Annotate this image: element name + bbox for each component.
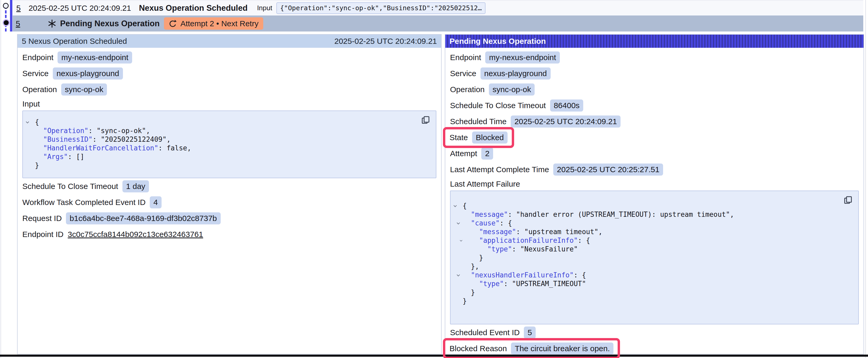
field-value-chip: my-nexus-endpoint — [58, 52, 132, 64]
code-text: "BusinessID": "20250225122409", — [35, 135, 171, 144]
pending-panel-body: Endpointmy-nexus-endpointServicenexus-pl… — [445, 48, 864, 356]
field-label: Service — [22, 69, 49, 78]
scheduled-panel-title: 5 Nexus Operation Scheduled — [22, 37, 127, 46]
input-section-label: Input — [22, 99, 436, 108]
code-gutter — [26, 144, 35, 153]
scheduled-fields-bottom: Schedule To Close Timeout1 dayWorkflow T… — [22, 178, 436, 242]
code-gutter — [453, 245, 463, 254]
event-id-link[interactable]: 5 — [16, 4, 21, 12]
code-text: { — [35, 118, 39, 127]
collapse-chevron-icon[interactable] — [26, 118, 35, 127]
failure-json-block: { "message": "handler error (UPSTREAM_TI… — [450, 191, 859, 324]
copy-icon[interactable] — [843, 195, 852, 205]
code-text: } — [35, 161, 39, 170]
code-gutter — [453, 280, 463, 288]
code-line: } — [453, 254, 842, 262]
code-line: { — [453, 202, 842, 210]
field-row-service: Servicenexus-playground — [22, 65, 436, 82]
code-gutter — [26, 153, 35, 161]
code-gutter — [453, 288, 463, 297]
timeline-open-circle-icon — [3, 3, 9, 9]
event-title: Nexus Operation Scheduled — [139, 3, 247, 13]
field-value-chip: 2025-02-25 UTC 20:25:27.51 — [553, 164, 663, 175]
scheduled-panel-time: 2025-02-25 UTC 20:24:09.21 — [335, 37, 437, 46]
field-label: Endpoint — [450, 53, 481, 62]
field-label: Workflow Task Completed Event ID — [22, 198, 146, 207]
field-row-request-id: Request IDb1c6a4bc-8ee7-468a-9169-df3b02… — [22, 210, 436, 226]
event-timeline-gutter — [0, 0, 12, 33]
code-text: "HandlerWaitForCancellation": false, — [35, 144, 191, 153]
field-row-endpoint: Endpointmy-nexus-endpoint — [450, 50, 859, 65]
collapse-chevron-icon[interactable] — [453, 202, 463, 210]
highlight-annotation-box: Blocked ReasonThe circuit breaker is ope… — [443, 338, 620, 358]
code-line: } — [453, 297, 842, 305]
field-value-chip: nexus-playground — [480, 67, 551, 79]
code-text: } — [463, 288, 475, 297]
copy-icon[interactable] — [421, 115, 430, 125]
page-right-border — [865, 0, 866, 358]
code-gutter — [453, 210, 463, 219]
field-row-state: StateBlocked — [450, 129, 859, 145]
field-row-workflow-task-completed-event-id: Workflow Task Completed Event ID4 — [22, 194, 436, 210]
event-row-pending-nexus-operation[interactable]: 5 Pending Nexus Operation Attempt 2 • Ne… — [12, 15, 863, 32]
last-attempt-failure-label: Last Attempt Failure — [450, 180, 859, 189]
field-row-schedule-to-close-timeout: Schedule To Close Timeout1 day — [22, 178, 436, 194]
event-id-link[interactable]: 5 — [16, 19, 20, 28]
code-text: "message": "upstream timeout", — [463, 228, 602, 236]
scheduled-panel-body: Endpointmy-nexus-endpointServicenexus-pl… — [18, 48, 441, 242]
collapse-chevron-icon[interactable] — [453, 219, 463, 228]
field-row-service: Servicenexus-playground — [450, 65, 859, 82]
field-row-operation: Operationsync-op-ok — [22, 82, 436, 97]
field-row-endpoint: Endpointmy-nexus-endpoint — [22, 50, 436, 65]
event-input-label: Input — [257, 4, 272, 12]
code-text: } — [463, 254, 483, 262]
field-value-chip: 5 — [524, 326, 536, 338]
bottom-separator-line — [0, 355, 868, 357]
code-gutter — [26, 135, 35, 144]
event-history-rows: 5 2025-02-25 UTC 20:24:09.21 Nexus Opera… — [12, 0, 863, 32]
code-gutter — [453, 297, 463, 305]
code-line: }, — [453, 262, 842, 271]
field-value-chip: 1 day — [122, 180, 149, 192]
code-text: "type": "NexusFailure" — [463, 245, 578, 254]
code-text: "message": "handler error (UPSTREAM_TIME… — [463, 210, 734, 219]
code-gutter — [453, 254, 463, 262]
field-label: Scheduled Time — [450, 117, 506, 126]
code-text: "Args": [] — [35, 153, 84, 161]
code-gutter — [453, 228, 463, 236]
code-text: } — [463, 297, 467, 305]
field-value-link[interactable]: 3c0c75ccfa8144b092c13ce632463761 — [68, 230, 203, 239]
page-left-border — [1, 0, 1, 358]
collapse-chevron-icon[interactable] — [453, 236, 463, 245]
field-value-chip: b1c6a4bc-8ee7-468a-9169-df3b02c8737b — [66, 212, 220, 224]
pending-fields-top: Endpointmy-nexus-endpointServicenexus-pl… — [450, 50, 859, 177]
field-value-chip: sync-op-ok — [61, 84, 107, 96]
code-text: "cause": { — [463, 219, 512, 228]
field-label: State — [450, 133, 468, 142]
code-line: "type": "NexusFailure" — [453, 245, 842, 254]
code-text: { — [463, 202, 467, 210]
event-input-preview-chip: {"Operation":"sync-op-ok","BusinessID":"… — [276, 2, 486, 14]
field-label: Blocked Reason — [450, 344, 507, 353]
field-label: Last Attempt Complete Time — [450, 165, 549, 174]
field-label: Service — [450, 69, 476, 78]
event-row-nexus-operation-scheduled[interactable]: 5 2025-02-25 UTC 20:24:09.21 Nexus Opera… — [12, 1, 863, 15]
field-value-chip: The circuit breaker is open. — [511, 343, 614, 355]
field-label: Operation — [22, 85, 57, 94]
pending-panel-title: Pending Nexus Operation — [450, 37, 546, 46]
scheduled-fields-top: Endpointmy-nexus-endpointServicenexus-pl… — [22, 50, 436, 97]
field-label: Schedule To Close Timeout — [450, 101, 546, 110]
field-row-endpoint-id: Endpoint ID3c0c75ccfa8144b092c13ce632463… — [22, 226, 436, 242]
field-value-chip: 2 — [481, 148, 493, 160]
collapse-chevron-icon[interactable] — [453, 271, 463, 280]
code-text: "Operation": "sync-op-ok", — [35, 127, 150, 135]
code-gutter — [26, 161, 35, 170]
field-row-last-attempt-complete-time: Last Attempt Complete Time2025-02-25 UTC… — [450, 161, 859, 177]
field-value-chip: sync-op-ok — [489, 84, 535, 96]
timeline-filled-dot-icon — [4, 20, 9, 25]
retry-badge-label: Attempt 2 • Next Retry — [181, 19, 258, 28]
code-line: "message": "handler error (UPSTREAM_TIME… — [453, 210, 842, 219]
field-value-chip: 2025-02-25 UTC 20:24:09.21 — [511, 116, 621, 128]
code-line: } — [26, 161, 420, 170]
code-line: "nexusHandlerFailureInfo": { — [453, 271, 842, 280]
